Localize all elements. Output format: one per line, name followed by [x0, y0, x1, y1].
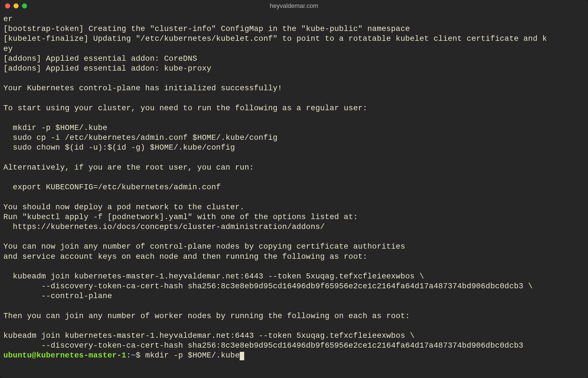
terminal-window: heyvaldemar.com er [bootstrap-token] Cre…	[0, 0, 588, 378]
terminal-body[interactable]: er [bootstrap-token] Creating the "clust…	[0, 12, 588, 378]
terminal-output: er [bootstrap-token] Creating the "clust…	[3, 15, 547, 350]
prompt-command[interactable]: mkdir -p $HOME/.kube	[145, 351, 240, 360]
traffic-lights	[5, 3, 27, 8]
prompt-path: ~	[131, 351, 136, 360]
close-icon[interactable]	[5, 3, 10, 8]
cursor-icon	[240, 352, 244, 360]
maximize-icon[interactable]	[22, 3, 27, 8]
window-title: heyvaldemar.com	[270, 2, 318, 10]
prompt-colon: :	[126, 351, 131, 360]
prompt-dollar: $	[136, 351, 145, 360]
prompt-at: @	[32, 351, 37, 360]
prompt-user: ubuntu	[3, 351, 32, 360]
minimize-icon[interactable]	[14, 3, 19, 8]
prompt-host: kubernetes-master-1	[37, 351, 126, 360]
titlebar: heyvaldemar.com	[0, 0, 588, 12]
